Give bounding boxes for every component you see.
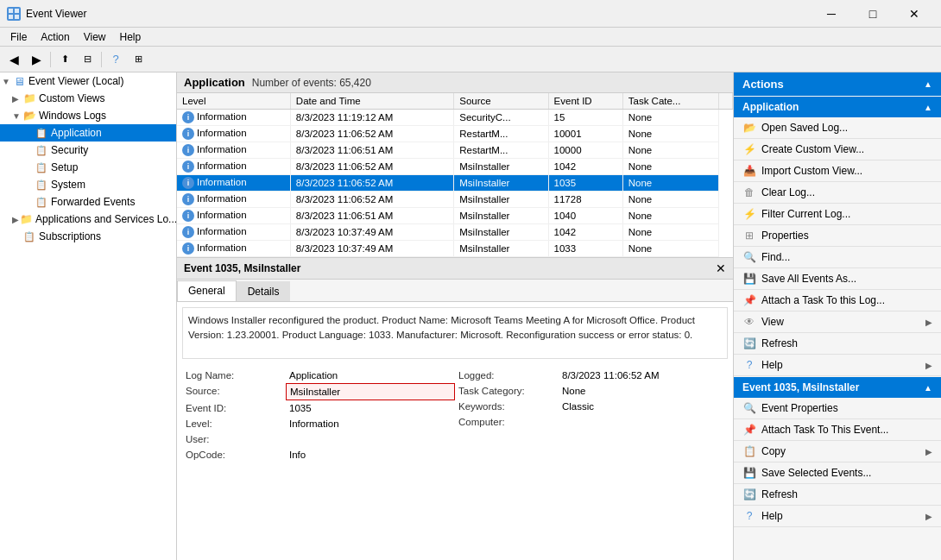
- action-import-custom-view[interactable]: 📥 Import Custom View...: [734, 160, 941, 182]
- action-help2[interactable]: ? Help ▶: [734, 506, 941, 527]
- toolbar-sep-2: [101, 52, 102, 67]
- tab-general[interactable]: General: [177, 280, 237, 301]
- action-event-properties[interactable]: 🔍 Event Properties: [734, 398, 941, 419]
- copy-arrow-icon: ▶: [925, 447, 932, 456]
- action-open-saved-log[interactable]: 📂 Open Saved Log...: [734, 117, 941, 139]
- help2-icon: ?: [742, 509, 756, 523]
- security-icon: 📋: [35, 143, 48, 157]
- action-help[interactable]: ? Help ▶: [734, 355, 941, 376]
- table-row[interactable]: iInformation8/3/2023 11:06:52 AMMsiInsta…: [177, 175, 733, 192]
- tree-app-services-label: Applications and Services Lo...: [35, 213, 177, 225]
- cell-source: SecurityC...: [454, 110, 548, 126]
- svg-rect-1: [15, 9, 19, 13]
- open-saved-log-icon: 📂: [742, 121, 756, 135]
- minimize-button[interactable]: ─: [812, 0, 851, 28]
- col-level: Level: [177, 93, 290, 110]
- title-bar: Event Viewer ─ □ ✕: [0, 0, 941, 28]
- action-copy[interactable]: 📋 Copy ▶: [734, 441, 941, 462]
- tree-forwarded-events[interactable]: 📋 Forwarded Events: [0, 193, 176, 211]
- menu-action[interactable]: Action: [34, 29, 76, 45]
- table-row[interactable]: iInformation8/3/2023 11:06:51 AMRestartM…: [177, 142, 733, 159]
- menu-help[interactable]: Help: [113, 29, 148, 45]
- title-bar-left: Event Viewer: [7, 7, 86, 21]
- cell-task: None: [622, 126, 718, 142]
- log-header: Application Number of events: 65,420: [177, 72, 733, 93]
- new-window-button[interactable]: ⊟: [77, 50, 98, 69]
- find-icon: 🔍: [742, 250, 756, 264]
- toolbar-sep-1: [50, 52, 51, 67]
- actions-header: Actions ▲: [734, 72, 941, 96]
- action-attach-task-event-label: Attach Task To This Event...: [761, 424, 888, 436]
- action-find[interactable]: 🔍 Find...: [734, 247, 941, 268]
- tree-application[interactable]: 📋 Application: [0, 124, 176, 142]
- back-button[interactable]: ◀: [3, 50, 24, 69]
- taskcategory-value: None: [559, 383, 728, 399]
- svg-rect-3: [15, 15, 19, 19]
- action-attach-task-log[interactable]: 📌 Attach a Task To this Log...: [734, 290, 941, 311]
- event-table-body: iInformation8/3/2023 11:19:12 AMSecurity…: [177, 110, 733, 257]
- table-row[interactable]: iInformation8/3/2023 11:06:52 AMMsiInsta…: [177, 192, 733, 208]
- action-refresh2[interactable]: 🔄 Refresh: [734, 484, 941, 506]
- action-create-custom-view[interactable]: ⚡ Create Custom View...: [734, 139, 941, 160]
- cell-eventId: 1042: [548, 159, 622, 175]
- action-filter-current-log[interactable]: ⚡ Filter Current Log...: [734, 204, 941, 225]
- import-custom-view-icon: 📥: [742, 164, 756, 178]
- tree-security[interactable]: 📋 Security: [0, 142, 176, 159]
- tree-root[interactable]: ▼ 🖥 Event Viewer (Local): [0, 72, 176, 90]
- cell-eventId: 10000: [548, 142, 622, 159]
- event-fields-right: Logged: 8/3/2023 11:06:52 AM Task Catego…: [455, 368, 728, 462]
- action-clear-log[interactable]: 🗑 Clear Log...: [734, 182, 941, 204]
- computer-label: Computer:: [455, 414, 559, 430]
- table-row[interactable]: iInformation8/3/2023 10:37:49 AMMsiInsta…: [177, 241, 733, 257]
- event-fields: Log Name: Application Source: MsiInstall…: [182, 368, 728, 462]
- tab-details[interactable]: Details: [237, 281, 291, 301]
- action-import-custom-view-label: Import Custom View...: [761, 165, 862, 177]
- tree-app-services[interactable]: ▶ 📁 Applications and Services Lo...: [0, 211, 176, 228]
- event-table-container[interactable]: Level Date and Time Source Event ID Task…: [177, 93, 733, 258]
- action-attach-task-event[interactable]: 📌 Attach Task To This Event...: [734, 419, 941, 441]
- cell-eventId: 1042: [548, 224, 622, 241]
- tree-windows-logs[interactable]: ▼ 📂 Windows Logs: [0, 107, 176, 124]
- keywords-label: Keywords:: [455, 399, 559, 414]
- cell-datetime: 8/3/2023 11:06:51 AM: [290, 208, 453, 224]
- tree-setup-label: Setup: [51, 161, 78, 173]
- tree-system-label: System: [51, 179, 85, 191]
- field-user: User:: [182, 431, 455, 447]
- table-row[interactable]: iInformation8/3/2023 11:06:51 AMMsiInsta…: [177, 208, 733, 224]
- menu-view[interactable]: View: [77, 29, 113, 45]
- cell-level: iInformation: [177, 142, 290, 159]
- table-row[interactable]: iInformation8/3/2023 11:06:52 AMRestartM…: [177, 126, 733, 142]
- table-row[interactable]: iInformation8/3/2023 11:19:12 AMSecurity…: [177, 110, 733, 126]
- event-detail-body: Windows Installer reconfigured the produ…: [177, 302, 733, 560]
- tree-subscriptions[interactable]: 📋 Subscriptions: [0, 228, 176, 245]
- cell-task: None: [622, 175, 718, 192]
- level-label: Level:: [182, 416, 286, 431]
- grid-button[interactable]: ⊞: [128, 50, 148, 69]
- tree-security-label: Security: [51, 144, 88, 156]
- table-row[interactable]: iInformation8/3/2023 10:37:49 AMMsiInsta…: [177, 224, 733, 241]
- tree-setup[interactable]: 📋 Setup: [0, 159, 176, 176]
- action-event-properties-label: Event Properties: [761, 402, 838, 414]
- tree-system[interactable]: 📋 System: [0, 176, 176, 193]
- system-icon: 📋: [35, 178, 48, 192]
- forward-button[interactable]: ▶: [26, 50, 47, 69]
- right-panel: Actions ▲ Application ▲ 📂 Open Saved Log…: [734, 72, 941, 560]
- help-button[interactable]: ?: [105, 50, 126, 69]
- close-button[interactable]: ✕: [894, 0, 934, 28]
- action-save-all-events[interactable]: 💾 Save All Events As...: [734, 268, 941, 290]
- menu-file[interactable]: File: [3, 29, 34, 45]
- table-row[interactable]: iInformation8/3/2023 11:06:52 AMMsiInsta…: [177, 159, 733, 175]
- action-save-selected-events[interactable]: 💾 Save Selected Events...: [734, 462, 941, 484]
- logged-value: 8/3/2023 11:06:52 AM: [559, 368, 728, 383]
- section-event1035-arrow: ▲: [924, 383, 932, 393]
- info-icon: i: [182, 226, 194, 238]
- action-refresh[interactable]: 🔄 Refresh: [734, 333, 941, 355]
- app-title: Event Viewer: [26, 8, 86, 20]
- field-eventid: Event ID: 1035: [182, 400, 455, 416]
- action-properties[interactable]: ⊞ Properties: [734, 225, 941, 247]
- event-detail-close-button[interactable]: ✕: [716, 261, 726, 275]
- action-view[interactable]: 👁 View ▶: [734, 311, 941, 333]
- maximize-button[interactable]: □: [853, 0, 893, 28]
- tree-custom-views[interactable]: ▶ 📁 Custom Views: [0, 90, 176, 107]
- up-button[interactable]: ⬆: [54, 50, 75, 69]
